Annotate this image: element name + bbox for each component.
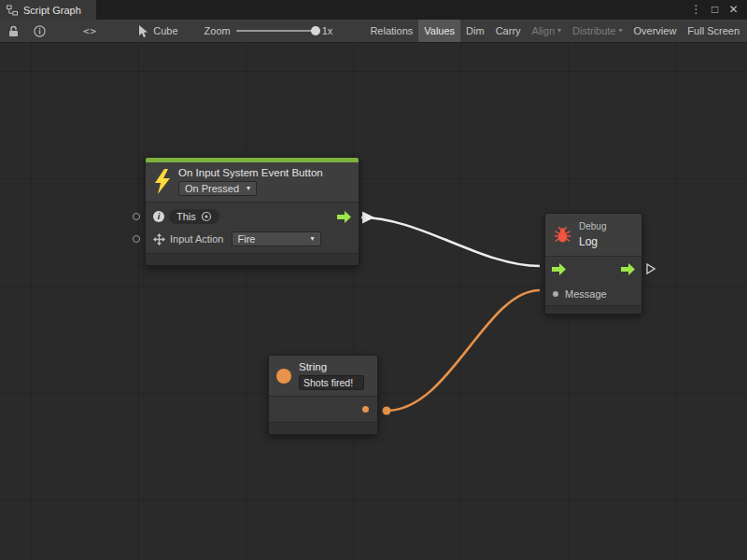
distribute-dropdown[interactable]: Distribute ▾ [567, 20, 627, 42]
node-title: String [299, 361, 327, 372]
message-input-port[interactable] [553, 291, 558, 297]
zoom-slider[interactable] [236, 30, 317, 32]
self-port-row: i This [146, 205, 359, 228]
relations-button[interactable]: Relations [364, 20, 418, 42]
info-icon: i [153, 211, 164, 222]
unconnected-flow-port[interactable] [646, 263, 655, 277]
event-node-body: i This Inpu [146, 203, 359, 253]
carry-button[interactable]: Carry [490, 20, 527, 42]
info-icon [34, 25, 46, 37]
dim-button[interactable]: Dim [460, 20, 490, 42]
close-button[interactable]: ✕ [726, 0, 741, 20]
event-node-header: On Input System Event Button On Pressed … [146, 162, 359, 203]
chevron-down-icon: ▾ [247, 185, 250, 192]
flow-output-port[interactable] [621, 263, 635, 277]
string-node-titles: String [299, 361, 364, 390]
lightning-bolt-icon [153, 169, 172, 194]
message-label: Message [565, 288, 607, 300]
overview-button[interactable]: Overview [628, 20, 683, 42]
bug-icon [554, 226, 571, 244]
zoom-control: Zoom 1x [204, 25, 333, 36]
string-output-row [269, 397, 377, 422]
script-graph-window: Script Graph ⋮ □ ✕ <> [0, 0, 747, 560]
tab-script-graph[interactable]: Script Graph [0, 0, 96, 20]
fullscreen-button[interactable]: Full Screen [682, 20, 745, 42]
info-button[interactable] [26, 20, 53, 42]
tab-title: Script Graph [23, 5, 81, 16]
lock-button[interactable] [0, 20, 26, 42]
graph-target[interactable]: Cube [133, 20, 183, 42]
debug-flow-row [545, 257, 641, 283]
debug-node-header: Debug Log [545, 214, 641, 257]
string-type-icon [276, 369, 291, 384]
gameobject-selector[interactable]: This [169, 209, 219, 224]
string-literal-node[interactable]: String [268, 355, 378, 435]
message-port-row: Message [545, 283, 641, 305]
maximize-button[interactable]: □ [707, 0, 723, 20]
object-picker-icon [201, 211, 212, 222]
graph-icon [7, 5, 18, 16]
input-action-label: Input Action [170, 233, 224, 245]
input-action-dropdown[interactable]: Fire ▾ [232, 231, 321, 246]
debug-node-titles: Debug Log [579, 221, 606, 248]
flow-input-port[interactable] [552, 263, 566, 277]
string-value-input[interactable] [299, 375, 364, 390]
event-mode-dropdown[interactable]: On Pressed ▾ [178, 181, 257, 196]
event-node[interactable]: On Input System Event Button On Pressed … [145, 157, 359, 266]
debug-node-footer [545, 305, 641, 314]
input-action-row: Input Action Fire ▾ [146, 228, 359, 250]
pointer-icon [138, 25, 148, 37]
event-node-titles: On Input System Event Button On Pressed … [178, 167, 323, 196]
string-output-port[interactable] [362, 406, 369, 413]
align-dropdown[interactable]: Align ▾ [527, 20, 567, 42]
input-action-icon [153, 233, 165, 245]
zoom-value: 1x [322, 25, 333, 36]
chevron-down-icon: ▾ [310, 235, 314, 243]
window-controls: ⋮ □ ✕ [688, 0, 747, 20]
code-icon: <> [83, 25, 97, 37]
flow-output-port[interactable] [337, 211, 351, 223]
target-name: Cube [153, 25, 177, 36]
input-action-port[interactable] [133, 235, 140, 243]
chevron-down-icon: ▾ [557, 27, 561, 35]
node-title: On Input System Event Button [178, 167, 323, 178]
zoom-slider-handle[interactable] [311, 26, 320, 35]
code-view-button[interactable]: <> [76, 20, 105, 42]
graph-toolbar: <> Cube Zoom 1x Relations Values Dim Car… [0, 20, 747, 43]
chevron-down-icon: ▾ [619, 27, 623, 35]
values-button[interactable]: Values [418, 20, 460, 42]
self-input-port[interactable] [133, 213, 140, 220]
event-node-footer [146, 253, 359, 265]
lock-icon [7, 25, 19, 37]
zoom-label: Zoom [204, 25, 231, 36]
string-node-header: String [269, 356, 377, 397]
node-title: Log [579, 235, 598, 248]
node-category: Debug [579, 221, 606, 232]
window-menu-button[interactable]: ⋮ [688, 0, 704, 20]
debug-log-node[interactable]: Debug Log Message [544, 213, 642, 315]
toolbar-buttons: Relations Values Dim Carry Align ▾ Distr… [364, 20, 745, 42]
title-bar: Script Graph ⋮ □ ✕ [0, 0, 747, 20]
string-node-footer [269, 422, 377, 434]
